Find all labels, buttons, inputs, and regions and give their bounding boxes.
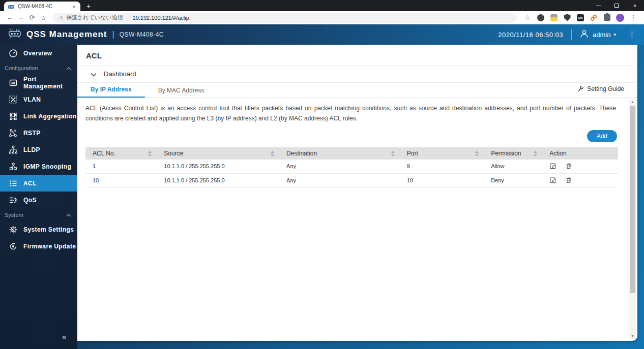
restore-button[interactable] [607,0,626,11]
user-caret-icon[interactable]: ▾ [613,32,616,37]
sidebar-item-acl[interactable]: ACL [0,175,77,192]
sidebar-item-firmware-update[interactable]: Firmware Update [0,238,77,255]
action-cell [549,160,618,173]
sidebar-item-lldp[interactable]: LLDP [0,141,77,158]
sidebar-item-label: LLDP [23,146,40,153]
tabs-row: By IP Address By MAC Address Setting Gui… [77,83,637,98]
new-tab-button[interactable]: + [86,2,91,10]
extension-1-icon[interactable] [535,14,546,21]
content-scrollbar[interactable]: ▲ ▼ [629,99,636,339]
browser-tab[interactable]: QSW-M408-4C × [4,2,80,11]
delete-icon[interactable] [565,176,572,185]
lldp-icon [8,145,19,155]
sort-icon[interactable] [148,151,152,158]
column-permission[interactable]: Permission [484,147,542,160]
firmware-update-icon [8,241,19,251]
header-menu-icon[interactable]: ⋮ [628,30,636,39]
user-name[interactable]: admin [593,31,610,39]
sidebar-item-port-management[interactable]: Port Management [0,74,77,91]
section-label: Configuration [5,65,38,71]
reload-icon[interactable]: ⟳ [26,14,38,21]
sidebar-item-link-aggregation[interactable]: Link Aggregation [0,108,77,124]
sidebar-item-label: System Settings [23,226,74,233]
cell-acl-no: 10 [85,173,157,187]
sidebar-item-label: QoS [23,197,37,204]
cell-permission: Deny [484,173,542,187]
sort-icon[interactable] [475,151,479,158]
igmp-snooping-icon [8,162,19,172]
column-port[interactable]: Port [400,147,484,160]
acl-table: ACL No. Source Destination Port Permissi… [85,147,618,188]
extension-circle-icon [537,14,544,21]
column-label: Action [549,150,566,157]
restore-icon [614,4,619,8]
forward-icon[interactable]: → [15,14,26,21]
extension-shield-icon[interactable] [562,14,573,21]
column-destination[interactable]: Destination [279,147,400,160]
close-window-button[interactable]: × [626,0,644,11]
address-bar[interactable]: ⚠ 保護されていない通信 10.192.100.121/#/aclip [53,13,517,23]
close-tab-icon[interactable]: × [72,4,77,10]
profile-avatar[interactable] [614,14,626,22]
scroll-down-icon[interactable]: ▼ [629,333,636,339]
sidebar-item-label: Firmware Update [23,243,76,250]
bookmark-star-icon[interactable]: ☆ [522,14,533,21]
tab-by-mac-address[interactable]: By MAC Address [145,84,218,98]
extensions-puzzle-icon[interactable] [601,14,612,21]
page-title: ACL [77,45,637,66]
edit-icon[interactable] [549,162,557,171]
delete-icon[interactable] [565,162,572,171]
column-acl-no[interactable]: ACL No. [85,147,157,160]
minimize-button[interactable] [589,0,607,11]
home-icon[interactable]: ⌂ [38,14,49,21]
sidebar-item-rstp[interactable]: RSTP [0,124,77,141]
chevron-down-icon [91,70,97,79]
sidebar-item-label: Port Management [23,76,77,90]
browser-menu-icon[interactable]: ⋮ [628,14,639,21]
user-icon[interactable] [580,29,589,40]
scroll-up-icon[interactable]: ▲ [629,99,636,105]
cell-permission: Allow [484,160,542,174]
sort-icon[interactable] [391,151,395,158]
setting-guide-button[interactable]: Setting Guide [577,85,624,92]
sidebar-item-vlan[interactable]: VLAN [0,91,77,108]
sidebar-section-system[interactable]: System [0,208,77,221]
sort-icon[interactable] [534,151,537,158]
add-button[interactable]: Add [587,130,617,142]
link-aggregation-icon [8,111,19,121]
edit-icon[interactable] [549,176,557,185]
sort-icon[interactable] [271,151,274,158]
gauge-icon [8,48,19,58]
sidebar-item-label: Overview [23,50,52,57]
app-title: QSS Management [26,29,107,40]
title-separator: | [112,30,114,39]
extension-link-icon[interactable] [588,14,599,21]
scrollbar-thumb[interactable] [630,106,635,293]
header-divider [571,29,572,40]
tab-by-ip-address[interactable]: By IP Address [77,83,145,98]
back-icon[interactable]: ← [4,14,15,21]
action-cell [549,174,618,187]
cell-port: 10 [400,173,484,187]
dashboard-panel-header[interactable]: Dashboard [77,66,637,83]
sidebar-section-configuration[interactable]: Configuration [0,61,77,74]
sidebar-collapse-button[interactable]: « [62,332,66,341]
sidebar-item-overview[interactable]: Overview [0,45,77,61]
extension-2-icon[interactable] [548,14,560,21]
sidebar-item-system-settings[interactable]: System Settings [0,221,77,238]
sidebar: Overview Configuration Port Management V… [0,45,77,349]
browser-toolbar: ← → ⟳ ⌂ ⚠ 保護されていない通信 10.192.100.121/#/ac… [0,11,644,24]
sidebar-item-qos[interactable]: QoS [0,192,77,208]
column-label: Source [164,150,183,157]
column-label: Destination [286,150,317,157]
qos-icon [8,195,19,205]
screen: QSW-M408-4C × + × ← → ⟳ ⌂ ⚠ 保護されていない通信 1… [0,0,644,349]
content-card: ACL Dashboard By IP Address By MAC Addre… [77,45,637,341]
table-row: 10 10.1.1.0 / 255.255.255.0 Any 10 Deny [85,173,618,187]
sidebar-item-igmp-snooping[interactable]: IGMP Snooping [0,158,77,175]
device-name: QSW-M408-4C [120,31,164,38]
column-source[interactable]: Source [157,147,279,160]
cell-acl-no: 1 [85,160,157,174]
extension-dn-icon[interactable]: DN [575,14,586,21]
chevron-up-icon [66,65,71,71]
